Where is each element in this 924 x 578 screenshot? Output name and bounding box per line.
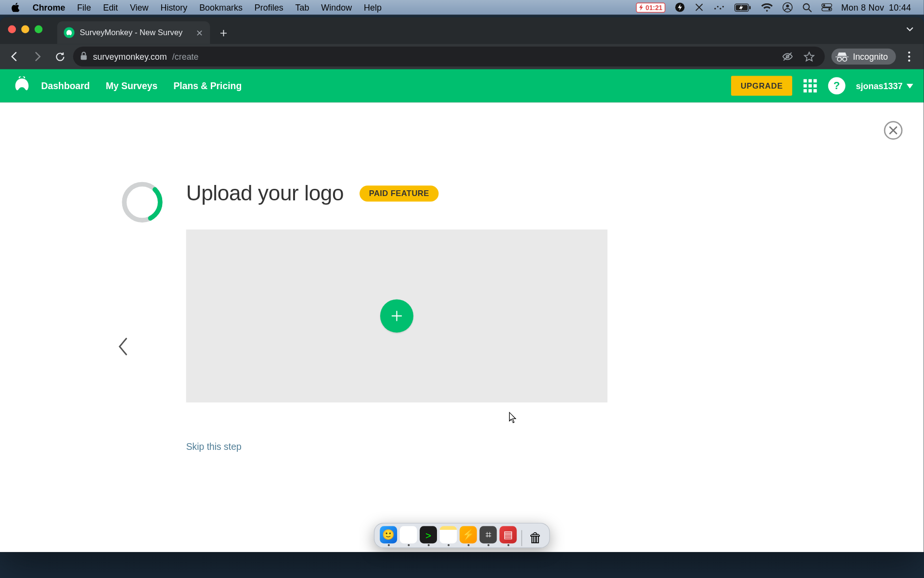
tab-strip: SurveyMonkey - New Survey ✕ ＋ (0, 17, 924, 44)
crossed-tools-icon (694, 3, 704, 12)
dock-screenshot[interactable]: ⌗ (479, 526, 497, 546)
bookmark-button[interactable] (800, 47, 819, 66)
primary-nav: Dashboard My Surveys Plans & Pricing (41, 80, 242, 91)
svg-point-32 (121, 181, 163, 223)
menu-app-name[interactable]: Chrome (26, 2, 71, 13)
lock-icon (80, 51, 88, 62)
status-dots[interactable] (708, 0, 730, 14)
nav-dashboard[interactable]: Dashboard (41, 80, 90, 91)
browser-tab-active[interactable]: SurveyMonkey - New Survey ✕ (57, 21, 210, 44)
wizard-back-button[interactable] (117, 337, 129, 359)
svg-rect-25 (803, 84, 807, 88)
svg-rect-29 (808, 89, 812, 92)
window-close[interactable] (8, 25, 16, 33)
nav-forward-button[interactable] (28, 47, 47, 66)
nav-plans[interactable]: Plans & Pricing (173, 80, 242, 91)
status-control-center[interactable] (817, 0, 836, 14)
wizard-title: Upload your logo (186, 181, 344, 206)
caret-down-icon (907, 83, 913, 88)
progress-ring (121, 181, 163, 223)
status-wifi[interactable] (756, 0, 777, 14)
macos-menu-bar: Chrome File Edit View History Bookmarks … (0, 0, 924, 14)
chevron-down-icon (905, 25, 914, 34)
svg-rect-26 (808, 84, 812, 88)
skip-step-link[interactable]: Skip this step (186, 441, 242, 452)
svg-point-17 (837, 57, 841, 61)
dock-running-dot (487, 544, 489, 546)
tab-close-button[interactable]: ✕ (196, 27, 203, 38)
tab-title: SurveyMonkey - New Survey (80, 28, 191, 37)
dock-msremote[interactable]: ▤ (500, 526, 517, 546)
status-battery[interactable] (730, 0, 756, 14)
address-path: /create (172, 52, 199, 62)
address-bar[interactable]: surveymonkey.com/create (73, 47, 825, 66)
close-icon (888, 126, 898, 135)
status-user[interactable] (777, 0, 797, 14)
menu-window[interactable]: Window (315, 2, 358, 13)
tabs-dropdown[interactable] (905, 25, 914, 37)
grid-icon (803, 79, 817, 93)
svg-rect-27 (813, 84, 817, 88)
upgrade-button[interactable]: UPGRADE (732, 76, 792, 95)
status-date[interactable]: Mon 8 Nov (836, 0, 889, 14)
svg-rect-23 (808, 79, 812, 82)
dock-notes[interactable] (440, 526, 457, 546)
nav-my-surveys[interactable]: My Surveys (106, 80, 157, 91)
nav-back-button[interactable] (5, 47, 24, 66)
apps-launcher[interactable] (803, 79, 817, 93)
app-header: Dashboard My Surveys Plans & Pricing UPG… (0, 69, 924, 103)
status-battery-timer[interactable]: 01:21 (631, 0, 670, 14)
dock-app-y-icon: ⚡ (460, 526, 477, 543)
svg-rect-28 (803, 89, 807, 92)
dock-running-dot (467, 544, 469, 546)
kebab-icon (908, 51, 911, 62)
menu-view[interactable]: View (124, 2, 154, 13)
dock-trash[interactable]: 🗑 (526, 529, 544, 546)
nav-reload-button[interactable] (51, 47, 69, 66)
status-spotlight[interactable] (797, 0, 817, 14)
window-minimize[interactable] (21, 25, 29, 33)
dock-running-dot (447, 544, 449, 546)
help-button[interactable]: ? (828, 77, 846, 94)
dock-finder[interactable]: 🙂 (380, 526, 397, 546)
apple-menu[interactable] (5, 3, 26, 12)
window-zoom[interactable] (35, 25, 43, 33)
incognito-indicator[interactable]: Incognito (832, 49, 896, 65)
svg-point-21 (908, 59, 910, 61)
svg-point-12 (823, 4, 825, 6)
dots-icon (713, 4, 725, 11)
user-circle-icon (782, 2, 793, 13)
svg-point-20 (908, 55, 910, 57)
status-time[interactable]: 10:44 (889, 0, 916, 14)
menu-tab[interactable]: Tab (289, 2, 315, 13)
menu-help[interactable]: Help (358, 2, 388, 13)
battery-icon (734, 3, 752, 12)
menu-profiles[interactable]: Profiles (248, 2, 289, 13)
dock-terminal-icon: > (420, 526, 437, 543)
close-wizard-button[interactable] (884, 121, 903, 140)
wifi-icon (761, 3, 773, 12)
tab-favicon (64, 27, 75, 38)
arrow-right-icon (31, 51, 43, 63)
dock-terminal[interactable]: > (420, 526, 437, 546)
menu-bookmarks[interactable]: Bookmarks (193, 2, 249, 13)
menu-history[interactable]: History (154, 2, 193, 13)
new-tab-button[interactable]: ＋ (214, 23, 233, 42)
dock-running-dot (408, 544, 410, 546)
logo-upload-wizard: Upload your logo PAID FEATURE Skip this … (186, 181, 692, 452)
menu-edit[interactable]: Edit (97, 2, 124, 13)
dock-chrome[interactable]: ◉ (400, 526, 417, 546)
browser-menu-button[interactable] (900, 47, 919, 66)
svg-point-10 (803, 3, 809, 9)
brand-logo[interactable] (11, 75, 33, 97)
tracking-off-button[interactable] (778, 47, 797, 66)
user-menu[interactable]: sjonas1337 (856, 81, 913, 91)
logo-dropzone[interactable] (186, 229, 608, 402)
dock-app-y[interactable]: ⚡ (460, 526, 477, 546)
status-tool[interactable] (690, 0, 708, 14)
menu-file[interactable]: File (71, 2, 97, 13)
status-quick-action[interactable] (670, 0, 690, 14)
dock-msremote-icon: ▤ (500, 526, 517, 543)
add-logo-button[interactable] (380, 299, 413, 332)
chrome-window: SurveyMonkey - New Survey ✕ ＋ su (0, 17, 924, 552)
